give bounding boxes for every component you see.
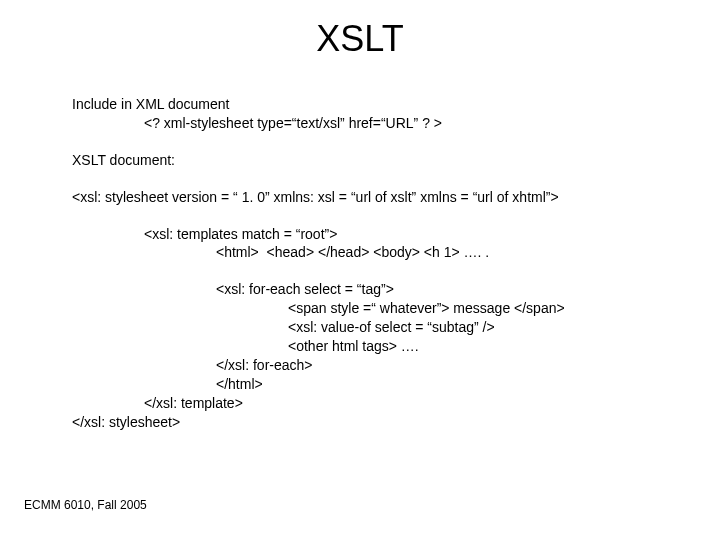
text-line: <xsl: value-of select = “subtag” /> bbox=[72, 318, 690, 337]
slide: XSLT Include in XML document <? xml-styl… bbox=[0, 0, 720, 540]
text-line: </xsl: stylesheet> bbox=[72, 413, 690, 432]
text-line: XSLT document: bbox=[72, 151, 690, 170]
spacer bbox=[72, 207, 690, 225]
slide-footer: ECMM 6010, Fall 2005 bbox=[24, 498, 147, 512]
spacer bbox=[72, 170, 690, 188]
slide-body: Include in XML document <? xml-styleshee… bbox=[72, 95, 690, 431]
spacer bbox=[72, 262, 690, 280]
text-line: <xsl: for-each select = “tag”> bbox=[72, 280, 690, 299]
text-line: <html> <head> </head> <body> <h 1> …. . bbox=[72, 243, 690, 262]
text-line: </xsl: template> bbox=[72, 394, 690, 413]
spacer bbox=[72, 133, 690, 151]
text-line: <? xml-stylesheet type=“text/xsl” href=“… bbox=[72, 114, 690, 133]
page-title: XSLT bbox=[0, 18, 720, 60]
text-line: <xsl: stylesheet version = “ 1. 0” xmlns… bbox=[72, 188, 690, 207]
text-line: </xsl: for-each> bbox=[72, 356, 690, 375]
text-line: Include in XML document bbox=[72, 95, 690, 114]
text-line: <other html tags> …. bbox=[72, 337, 690, 356]
text-line: </html> bbox=[72, 375, 690, 394]
text-line: <span style =“ whatever”> message </span… bbox=[72, 299, 690, 318]
text-line: <xsl: templates match = “root”> bbox=[72, 225, 690, 244]
